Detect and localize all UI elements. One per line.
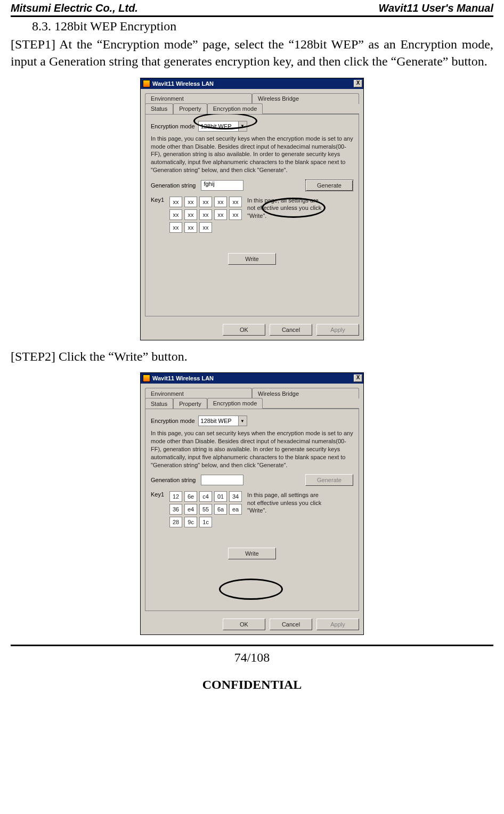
cancel-button[interactable]: Cancel — [270, 618, 312, 630]
section-number: 8.3. — [32, 19, 51, 33]
close-button[interactable]: X — [354, 80, 362, 87]
section-title: 128bit WEP Encryption — [54, 19, 176, 33]
key1-grid: 12 6e c4 01 34 36 e4 55 6a ea — [169, 491, 242, 527]
tab-property[interactable]: Property — [173, 398, 207, 409]
header-right: Wavit11 User's Manual — [378, 2, 493, 14]
dialog-title: Wavit11 Wireless LAN — [152, 80, 214, 87]
enc-mode-value: 128bit WEP — [201, 123, 232, 129]
dropdown-arrow-icon[interactable]: ▼ — [238, 121, 247, 131]
header-left: Mitsumi Electric Co., Ltd. — [11, 2, 138, 14]
enc-mode-select[interactable]: 128bit WEP ▼ — [198, 121, 247, 132]
key1-label: Key1 — [151, 197, 164, 203]
write-button[interactable]: Write — [228, 548, 276, 559]
hex-cell[interactable]: ea — [229, 504, 242, 515]
hex-cell[interactable]: xx — [199, 209, 212, 220]
hex-cell[interactable]: 28 — [169, 517, 182, 527]
generate-button[interactable]: Generate — [305, 180, 353, 191]
hex-cell[interactable]: xx — [214, 197, 227, 207]
tab-environment[interactable]: Environment — [145, 388, 252, 398]
confidential-label: CONFIDENTIAL — [11, 678, 493, 692]
section-heading: 8.3. 128bit WEP Encryption — [11, 19, 493, 34]
key1-grid: xx xx xx xx xx xx xx xx xx xx — [169, 197, 242, 233]
hex-cell[interactable]: xx — [229, 197, 242, 207]
hex-cell[interactable]: 6a — [214, 504, 227, 515]
tab-encryption-mode[interactable]: Encryption mode — [207, 103, 263, 114]
hex-cell[interactable]: 34 — [229, 491, 242, 502]
hex-cell[interactable]: 6e — [184, 491, 197, 502]
hex-cell[interactable]: xx — [184, 222, 197, 233]
hex-cell[interactable]: 55 — [199, 504, 212, 515]
dialog-1: Wavit11 Wireless LAN X Environment Wirel… — [140, 78, 364, 340]
enc-mode-select[interactable]: 128bit WEP ▼ — [198, 416, 247, 426]
dropdown-arrow-icon[interactable]: ▼ — [238, 416, 247, 426]
hex-cell[interactable]: xx — [214, 209, 227, 220]
dialog-titlebar[interactable]: Wavit11 Wireless LAN X — [141, 78, 363, 89]
tab-panel: Encryption mode 128bit WEP ▼ In this pag… — [145, 114, 359, 316]
generation-string-label: Generation string — [151, 182, 196, 189]
annotation-ellipse-write — [219, 579, 283, 600]
apply-button[interactable]: Apply — [316, 324, 359, 336]
hex-cell[interactable]: c4 — [199, 491, 212, 502]
tab-wireless-bridge[interactable]: Wireless Bridge — [252, 388, 359, 398]
enc-mode-label: Encryption mode — [151, 123, 195, 129]
hex-cell[interactable]: xx — [169, 222, 182, 233]
app-icon — [143, 375, 150, 382]
help-text: In this page, you can set security keys … — [151, 135, 353, 174]
hex-cell[interactable]: xx — [199, 222, 212, 233]
cancel-button[interactable]: Cancel — [270, 324, 312, 336]
generation-string-label: Generation string — [151, 477, 196, 483]
enc-mode-label: Encryption mode — [151, 418, 195, 424]
tab-encryption-mode[interactable]: Encryption mode — [207, 398, 263, 409]
apply-button[interactable]: Apply — [316, 618, 359, 630]
hex-cell[interactable]: xx — [229, 209, 242, 220]
generation-string-input[interactable] — [201, 475, 243, 485]
close-button[interactable]: X — [354, 375, 362, 382]
tab-environment[interactable]: Environment — [145, 93, 252, 104]
side-note: In this page, all settings are not effec… — [247, 491, 327, 514]
hex-cell[interactable]: xx — [169, 209, 182, 220]
write-button[interactable]: Write — [228, 253, 276, 265]
ok-button[interactable]: OK — [223, 618, 265, 630]
tab-status[interactable]: Status — [145, 398, 173, 409]
generate-button[interactable]: Generate — [305, 474, 353, 486]
tab-panel: Encryption mode 128bit WEP ▼ In this pag… — [145, 409, 359, 611]
key1-label: Key1 — [151, 491, 164, 498]
hex-cell[interactable]: e4 — [184, 504, 197, 515]
hex-cell[interactable]: xx — [184, 209, 197, 220]
hex-cell[interactable]: xx — [169, 197, 182, 207]
enc-mode-value: 128bit WEP — [201, 418, 232, 424]
step1-text: [STEP1] At the “Encryption mode” page, s… — [11, 36, 493, 70]
generation-string-input[interactable]: fghij — [201, 180, 243, 191]
help-text: In this page, you can set security keys … — [151, 429, 353, 469]
dialog-2: Wavit11 Wireless LAN X Environment Wirel… — [140, 372, 364, 635]
hex-cell[interactable]: xx — [199, 197, 212, 207]
ok-button[interactable]: OK — [223, 324, 265, 336]
page-number: 74/108 — [11, 650, 493, 665]
hex-cell[interactable]: 36 — [169, 504, 182, 515]
hex-cell[interactable]: 1c — [199, 517, 212, 527]
dialog-title: Wavit11 Wireless LAN — [152, 375, 214, 381]
hex-cell[interactable]: 12 — [169, 491, 182, 502]
hex-cell[interactable]: 9c — [184, 517, 197, 527]
side-note: In this page, all settings are not effec… — [247, 197, 327, 219]
step2-text: [STEP2] Click the “Write” button. — [11, 348, 493, 365]
tab-wireless-bridge[interactable]: Wireless Bridge — [252, 93, 359, 104]
hex-cell[interactable]: 01 — [214, 491, 227, 502]
hex-cell[interactable]: xx — [184, 197, 197, 207]
tab-property[interactable]: Property — [173, 103, 207, 114]
dialog-titlebar[interactable]: Wavit11 Wireless LAN X — [141, 373, 363, 384]
tab-status[interactable]: Status — [145, 103, 173, 114]
app-icon — [143, 80, 150, 87]
